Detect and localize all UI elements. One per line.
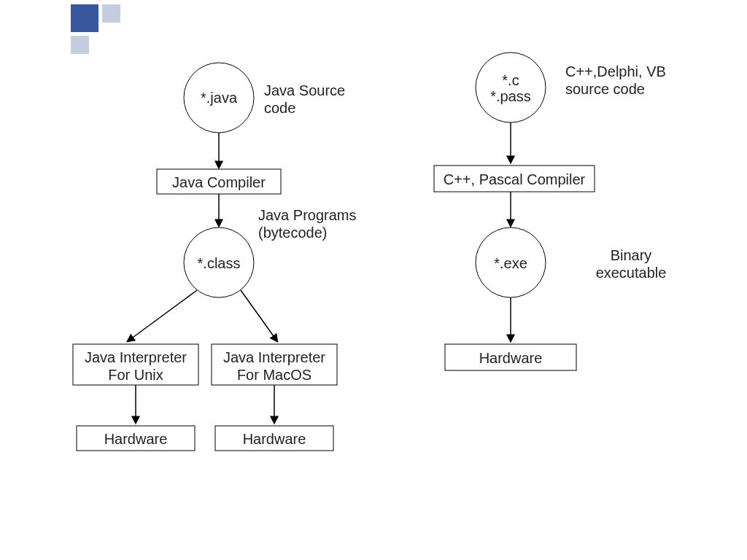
- svg-line-6: [241, 290, 277, 341]
- node-class-bytecode: *.class: [184, 254, 254, 272]
- node-hardware-native: Hardware: [445, 349, 576, 367]
- node-c-source-line1: *.c: [476, 71, 546, 89]
- slide: *.java Java Source code Java Compiler *.…: [0, 0, 747, 560]
- node-interpreter-unix: Java Interpreter For Unix: [73, 349, 198, 384]
- node-java-source: *.java: [184, 89, 254, 106]
- node-exe-binary: *.exe: [476, 254, 546, 272]
- node-java-compiler: Java Compiler: [157, 174, 281, 191]
- node-hardware-unix: Hardware: [77, 430, 195, 448]
- label-java-source-desc: Java Source code: [264, 82, 381, 117]
- node-cpp-pascal-compiler: C++, Pascal Compiler: [434, 171, 595, 188]
- label-bytecode-desc: Java Programs (bytecode): [258, 206, 390, 241]
- svg-line-5: [128, 290, 197, 341]
- node-hardware-macos: Hardware: [215, 430, 333, 448]
- label-c-source-desc: C++,Delphi, VB source code: [565, 63, 711, 98]
- node-c-source-line2: *.pass: [476, 88, 546, 105]
- label-binary-desc: Binary executable: [573, 246, 689, 281]
- node-interpreter-macos: Java Interpreter For MacOS: [212, 349, 337, 384]
